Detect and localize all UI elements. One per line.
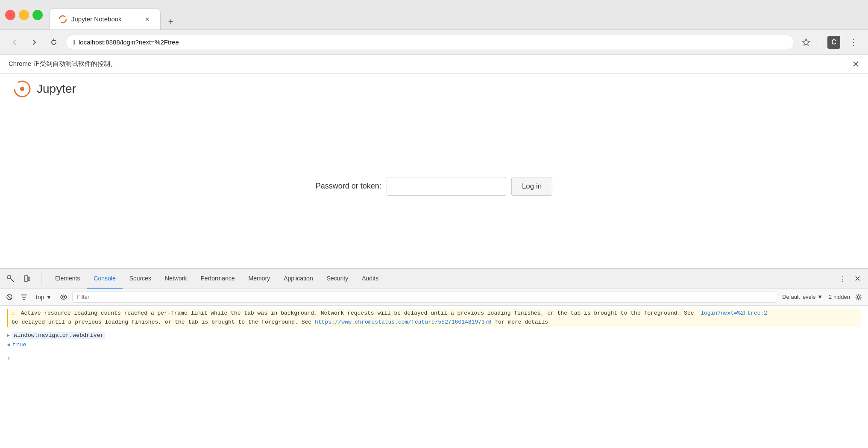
profile-button[interactable]: C — [826, 35, 842, 50]
context-selector[interactable]: top ▼ — [32, 292, 55, 302]
tab-performance[interactable]: Performance — [194, 269, 241, 289]
reload-button[interactable] — [46, 35, 62, 50]
console-prompt-row[interactable]: › — [7, 351, 861, 363]
jupyter-logo: Jupyter — [13, 80, 76, 98]
page-content: Jupyter Password or token: Log in — [0, 74, 868, 268]
console-warning-icon: ⚠ — [12, 310, 15, 316]
devtools-inspect-button[interactable] — [3, 271, 18, 286]
bookmark-button[interactable] — [798, 35, 814, 50]
console-link-chromestatus[interactable]: https://www.chromestatus.com/feature/552… — [315, 319, 491, 325]
svg-rect-6 — [28, 277, 30, 280]
console-settings-filter-button[interactable] — [18, 291, 30, 303]
console-caret-right: ▶ — [7, 332, 10, 339]
console-output-value: true — [12, 342, 26, 348]
more-menu-button[interactable]: ⋮ — [846, 35, 861, 50]
svg-rect-5 — [24, 276, 28, 281]
login-button[interactable]: Log in — [511, 177, 552, 196]
close-button[interactable] — [5, 10, 15, 20]
tab-network[interactable]: Network — [158, 269, 194, 289]
console-input-row: ▶ window.navigator.webdriver — [7, 330, 861, 340]
browser-window: Jupyter Notebook ✕ + ℹ localhost:8888/lo… — [0, 0, 868, 448]
url-bar[interactable]: ℹ localhost:8888/login?next=%2Ftree — [66, 35, 794, 50]
new-tab-button[interactable]: + — [163, 14, 179, 29]
tab-sources[interactable]: Sources — [123, 269, 158, 289]
login-area: Password or token: Log in — [0, 104, 868, 268]
svg-rect-10 — [22, 297, 26, 298]
login-label: Password or token: — [316, 182, 381, 191]
minimize-button[interactable] — [19, 10, 29, 20]
tab-application[interactable]: Application — [277, 269, 320, 289]
devtools-console: ⚠ Active resource loading counts reached… — [0, 306, 868, 448]
levels-chevron-icon: ▼ — [817, 294, 823, 300]
tab-elements[interactable]: Elements — [48, 269, 87, 289]
title-bar: Jupyter Notebook ✕ + — [0, 0, 868, 30]
jupyter-header: Jupyter — [0, 74, 868, 104]
console-warning-message: ⚠ Active resource loading counts reached… — [7, 309, 861, 327]
notification-bar: Chrome 正受到自动测试软件的控制。 ✕ — [0, 55, 868, 74]
traffic-lights — [5, 10, 43, 20]
tab-console[interactable]: Console — [87, 269, 122, 289]
console-filter-input[interactable] — [72, 292, 776, 303]
console-prompt-indicator: › — [7, 355, 11, 362]
svg-point-0 — [59, 16, 66, 23]
info-icon: ℹ — [73, 39, 75, 46]
svg-point-14 — [857, 296, 860, 298]
console-settings-button[interactable] — [853, 291, 865, 303]
console-caret-left: ◀ — [7, 342, 10, 348]
devtools-more-button[interactable]: ⋮ — [836, 271, 850, 286]
tab-title: Jupyter Notebook — [71, 15, 139, 23]
tab-audits[interactable]: Audits — [355, 269, 385, 289]
maximize-button[interactable] — [32, 10, 43, 20]
svg-line-4 — [12, 280, 14, 282]
devtools-panel: Elements Console Sources Network Perform… — [0, 268, 868, 448]
devtools-action-buttons — [3, 271, 41, 286]
live-expressions-button[interactable] — [58, 291, 70, 303]
svg-rect-3 — [8, 276, 11, 279]
tab-favicon — [59, 15, 67, 24]
chevron-down-icon: ▼ — [46, 294, 52, 301]
clear-console-button[interactable] — [3, 291, 15, 303]
devtools-device-button[interactable] — [20, 271, 34, 286]
svg-point-13 — [63, 296, 65, 298]
svg-rect-11 — [23, 299, 25, 300]
log-levels-selector[interactable]: Default levels ▼ — [779, 292, 826, 302]
devtools-close-button[interactable]: ✕ — [850, 271, 865, 286]
console-webdriver-expression: window.navigator.webdriver — [12, 332, 105, 339]
console-output-row: ◀ true — [7, 340, 861, 349]
login-form: Password or token: Log in — [316, 177, 552, 196]
notification-text: Chrome 正受到自动测试软件的控制。 — [9, 60, 117, 68]
tab-memory[interactable]: Memory — [242, 269, 277, 289]
tab-close-button[interactable]: ✕ — [143, 15, 152, 24]
active-tab[interactable]: Jupyter Notebook ✕ — [50, 8, 161, 29]
password-input[interactable] — [387, 177, 506, 196]
svg-rect-9 — [21, 295, 27, 295]
address-bar: ℹ localhost:8888/login?next=%2Ftree C ⋮ — [0, 30, 868, 55]
tab-security[interactable]: Security — [320, 269, 355, 289]
back-button[interactable] — [7, 35, 22, 50]
console-link-login[interactable]: login?next=%2Ftree:2 — [701, 310, 767, 316]
hidden-messages-badge: 2 hidden — [829, 294, 850, 300]
notification-close-button[interactable]: ✕ — [852, 59, 859, 69]
url-text: localhost:8888/login?next=%2Ftree — [79, 38, 787, 46]
svg-line-8 — [7, 295, 12, 299]
forward-button[interactable] — [26, 35, 42, 50]
devtools-tab-bar: Elements Console Sources Network Perform… — [0, 269, 868, 289]
jupyter-logo-svg — [13, 80, 32, 98]
svg-point-2 — [20, 87, 24, 91]
devtools-toolbar: top ▼ Default levels ▼ 2 hidden — [0, 289, 868, 306]
svg-point-12 — [61, 295, 67, 299]
tab-bar: Jupyter Notebook ✕ + — [50, 0, 863, 29]
toolbar-divider — [820, 36, 820, 48]
jupyter-logo-text: Jupyter — [37, 82, 76, 96]
profile-icon: C — [827, 36, 840, 49]
